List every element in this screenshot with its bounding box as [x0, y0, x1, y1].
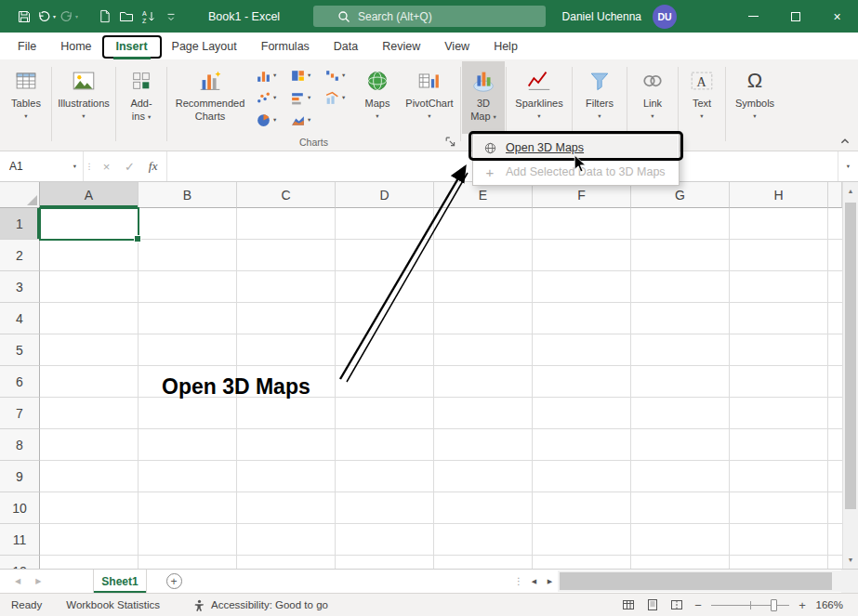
save-button[interactable] [13, 5, 35, 29]
zoom-level[interactable]: 166% [812, 599, 858, 610]
tab-splitter[interactable]: ⋮ [511, 570, 526, 593]
row-header-12[interactable]: 12 [0, 556, 40, 569]
row-header-7[interactable]: 7 [0, 398, 40, 429]
illustrations-button[interactable]: Illustrations ▾ [53, 61, 114, 134]
tab-page-layout[interactable]: Page Layout [160, 33, 249, 59]
grid-cells[interactable] [40, 208, 842, 569]
name-box[interactable]: A1 ▾ [0, 151, 84, 181]
treemap-chart-button[interactable]: ▾ [286, 64, 321, 86]
column-header-C[interactable]: C [237, 182, 336, 208]
link-button[interactable]: Link ▾ [628, 61, 677, 134]
recommended-charts-button[interactable]: Recommended Charts [168, 61, 252, 134]
tab-file[interactable]: File [6, 33, 48, 59]
scroll-down-button[interactable]: ▼ [843, 552, 858, 568]
group-separator [51, 67, 52, 141]
tab-formulas[interactable]: Formulas [249, 33, 322, 59]
row-header-4[interactable]: 4 [0, 303, 40, 334]
maps-button[interactable]: Maps ▾ [355, 61, 400, 134]
check-icon[interactable]: ✓ [118, 160, 141, 174]
3d-map-button[interactable]: 3D Map▾ [462, 61, 505, 134]
area-chart-button[interactable]: ▾ [286, 109, 321, 131]
scatter-chart-button[interactable]: ▾ [252, 86, 286, 109]
avatar[interactable]: DU [653, 5, 677, 29]
tab-insert[interactable]: Insert [104, 33, 160, 59]
zoom-in-button[interactable]: + [793, 598, 812, 612]
vertical-scrollbar[interactable]: ▲ ▼ [842, 182, 858, 569]
save-icon [17, 9, 32, 24]
column-chart-button[interactable]: ▾ [252, 64, 286, 86]
scroll-right-button[interactable]: ▶ [542, 570, 558, 593]
add-ins-button[interactable]: Add- ins▾ [117, 61, 165, 134]
customize-toolbar-button[interactable] [160, 5, 182, 29]
row-header-2[interactable]: 2 [0, 240, 40, 271]
sparklines-button[interactable]: Sparklines ▾ [508, 61, 571, 134]
pie-chart-button[interactable]: ▾ [252, 109, 286, 131]
tab-home[interactable]: Home [48, 33, 103, 59]
expand-formula-bar-button[interactable]: ▾ [838, 151, 858, 181]
column-header-H[interactable]: H [730, 182, 828, 208]
combo-chart-button[interactable]: ▾ [321, 86, 355, 109]
new-sheet-button[interactable]: + [147, 570, 201, 593]
text-button[interactable]: A Text ▾ [680, 61, 724, 134]
open-folder-button[interactable] [115, 5, 138, 29]
sheet-nav-left-icon[interactable]: ◀ [15, 577, 20, 585]
scroll-left-button[interactable]: ◀ [526, 570, 542, 593]
minimize-button[interactable] [733, 0, 774, 33]
row-header-9[interactable]: 9 [0, 461, 40, 492]
group-symbols: Ω Symbols ▾ [727, 61, 783, 151]
row-header-6[interactable]: 6 [0, 366, 40, 398]
select-all-button[interactable] [0, 182, 40, 208]
tab-data[interactable]: Data [322, 33, 370, 59]
redo-button[interactable]: ▾ [58, 5, 80, 29]
page-layout-view-button[interactable] [640, 594, 665, 616]
column-header-E[interactable]: E [434, 182, 533, 208]
new-file-button[interactable] [93, 5, 115, 29]
column-header-A[interactable]: A [40, 182, 139, 208]
page-break-view-button[interactable] [665, 594, 689, 616]
user-name[interactable]: Daniel Uchenna [562, 10, 641, 23]
zoom-slider[interactable] [709, 594, 791, 616]
search-input[interactable] [358, 10, 507, 23]
pivotchart-button[interactable]: PivotChart ▾ [400, 61, 459, 134]
row-header-11[interactable]: 11 [0, 524, 40, 556]
column-header-B[interactable]: B [139, 182, 237, 208]
insert-function-button[interactable]: fx [141, 159, 165, 174]
row-header-1[interactable]: 1 [0, 208, 40, 240]
bar-chart-button[interactable]: ▾ [286, 86, 321, 109]
close-button[interactable]: × [816, 0, 858, 33]
horizontal-scrollbar-thumb[interactable] [560, 572, 832, 590]
row-header-5[interactable]: 5 [0, 334, 40, 366]
sheet-tab-sheet1[interactable]: Sheet1 [93, 570, 147, 593]
accessibility-status[interactable]: Accessibility: Good to go [193, 599, 328, 611]
charts-dialog-launcher[interactable] [445, 137, 456, 148]
row-header-8[interactable]: 8 [0, 429, 40, 461]
vertical-scrollbar-thumb[interactable] [845, 203, 856, 509]
scroll-up-button[interactable]: ▲ [843, 183, 858, 199]
column-header-G[interactable]: G [631, 182, 730, 208]
tab-view[interactable]: View [432, 33, 482, 59]
menu-item-open-3d-maps[interactable]: Open 3D Maps [474, 136, 678, 160]
cancel-icon[interactable]: × [95, 160, 118, 174]
undo-button[interactable]: ▾ [35, 5, 58, 29]
workbook-statistics-button[interactable]: Workbook Statistics [66, 599, 160, 610]
column-header-F[interactable]: F [533, 182, 631, 208]
horizontal-scrollbar[interactable] [558, 570, 841, 592]
tab-review[interactable]: Review [370, 33, 432, 59]
column-header-D[interactable]: D [336, 182, 434, 208]
tables-button[interactable]: Tables ▾ [2, 61, 50, 134]
row-header-3[interactable]: 3 [0, 271, 40, 303]
sort-button[interactable]: AZ [138, 5, 160, 29]
collapse-ribbon-button[interactable] [839, 136, 851, 147]
zoom-slider-thumb[interactable] [771, 599, 777, 611]
zoom-out-button[interactable]: − [689, 598, 707, 612]
symbols-button[interactable]: Ω Symbols ▾ [727, 61, 783, 134]
search-box[interactable] [313, 6, 546, 27]
sheet-nav-right-icon[interactable]: ▶ [35, 577, 41, 585]
row-header-10[interactable]: 10 [0, 492, 40, 524]
name-box-resizer[interactable]: ⋮ [84, 151, 95, 181]
waterfall-chart-button[interactable]: ▾ [321, 64, 355, 86]
tab-help[interactable]: Help [482, 33, 530, 59]
normal-view-button[interactable] [616, 594, 640, 616]
maximize-button[interactable] [774, 0, 816, 33]
filters-button[interactable]: Filters ▾ [574, 61, 626, 134]
